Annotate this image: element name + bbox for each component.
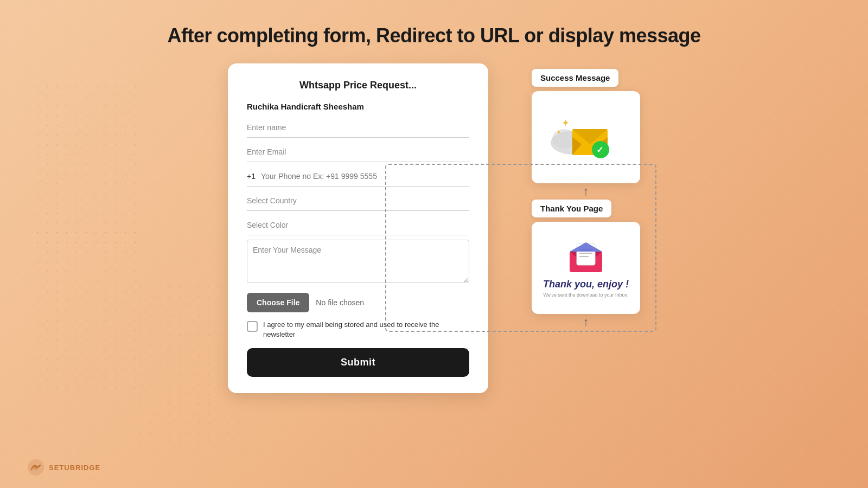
message-textarea[interactable] <box>247 240 469 283</box>
success-group: Success Message ✦ ✦ <box>532 69 640 183</box>
checkbox-row: I agree to my email being stored and use… <box>247 320 469 339</box>
arrow-up-icon: ↑ <box>583 185 589 197</box>
thankyou-card: Thank you, enjoy ! We've sent the downlo… <box>532 222 640 314</box>
thankyou-title: Thank you, enjoy ! <box>543 279 629 290</box>
thankyou-envelope-svg <box>567 238 605 273</box>
file-upload-row: Choose File No file chosen <box>247 293 469 312</box>
no-file-label: No file chosen <box>316 298 364 307</box>
logo-area: SETUBRIDGE <box>27 459 100 476</box>
arrow-up-icon-2: ↑ <box>583 316 589 328</box>
agree-checkbox[interactable] <box>247 321 258 332</box>
form-card: Whtsapp Price Request... Ruchika Handicr… <box>228 63 488 393</box>
svg-marker-17 <box>570 242 602 252</box>
success-label-bubble: Success Message <box>532 69 618 87</box>
decorative-dots-left2 <box>33 228 141 390</box>
choose-file-button[interactable]: Choose File <box>247 293 309 312</box>
email-input[interactable] <box>247 142 469 162</box>
thankyou-subtitle: We've sent the download to your Inbox. <box>543 292 628 298</box>
flow-diagram: Success Message ✦ ✦ <box>532 63 640 330</box>
svg-text:✦: ✦ <box>556 129 561 136</box>
svg-text:✓: ✓ <box>596 145 603 155</box>
setubridge-logo-icon <box>27 459 44 476</box>
success-illustration: ✦ ✦ ✓ <box>532 91 640 183</box>
thankyou-card-inner: Thank you, enjoy ! We've sent the downlo… <box>532 222 640 314</box>
arrow-gap-1: ↑ <box>532 183 640 200</box>
checkbox-label: I agree to my email being stored and use… <box>263 320 469 339</box>
form-title: Whtsapp Price Request... <box>247 80 469 91</box>
logo-text: SETUBRIDGE <box>49 464 100 472</box>
arrow-gap-2: ↑ <box>532 314 640 330</box>
country-select[interactable]: Select Country <box>247 191 469 211</box>
phone-input[interactable] <box>261 166 469 186</box>
thankyou-label-bubble: Thank You Page <box>532 200 611 217</box>
page-title: After completing form, Redirect to URL o… <box>0 0 868 63</box>
phone-row: +1 <box>247 166 469 187</box>
name-input[interactable] <box>247 118 469 138</box>
phone-prefix: +1 <box>247 166 256 186</box>
success-svg: ✦ ✦ ✓ <box>542 102 629 172</box>
thankyou-group: Thank You Page <box>532 200 640 314</box>
submit-button[interactable]: Submit <box>247 348 469 377</box>
form-subtitle: Ruchika Handicraft Sheesham <box>247 102 469 111</box>
svg-text:✦: ✦ <box>561 118 570 129</box>
decorative-dots-left <box>33 81 141 244</box>
svg-point-19 <box>34 465 38 470</box>
color-select[interactable]: Select Color <box>247 215 469 235</box>
success-card: ✦ ✦ ✓ <box>532 91 640 183</box>
